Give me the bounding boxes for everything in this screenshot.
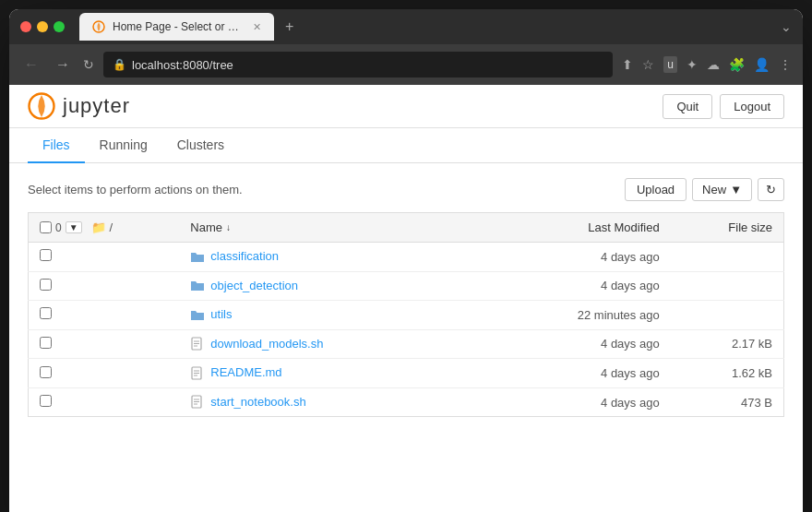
row-checkbox-cell bbox=[29, 271, 180, 301]
tab-clusters[interactable]: Clusters bbox=[162, 128, 239, 163]
table-row: start_notebook.sh 4 days ago 473 B bbox=[29, 387, 784, 417]
row-checkbox[interactable] bbox=[40, 337, 52, 349]
address-bar: ← → ↻ 🔒 ⬆ ☆ u ✦ ☁ 🧩 👤 ⋮ bbox=[9, 44, 803, 85]
address-input[interactable] bbox=[132, 58, 603, 72]
file-link[interactable]: download_models.sh bbox=[210, 337, 323, 351]
row-size-cell: 2.17 kB bbox=[671, 329, 784, 359]
title-bar: Home Page - Select or create … ✕ + ⌄ bbox=[9, 9, 803, 44]
breadcrumb-folder-icon: 📁 bbox=[91, 220, 106, 234]
back-button[interactable]: ← bbox=[20, 56, 42, 73]
new-tab-button[interactable]: + bbox=[278, 15, 301, 39]
minimize-window-button[interactable] bbox=[37, 21, 48, 32]
row-checkbox-cell bbox=[29, 301, 180, 330]
bookmark-icon[interactable]: ☆ bbox=[642, 57, 654, 72]
breadcrumb-slash: / bbox=[110, 220, 113, 234]
row-modified-cell: 4 days ago bbox=[482, 329, 671, 359]
row-name-cell: classification bbox=[179, 243, 482, 272]
jupyter-logo: jupyter bbox=[28, 92, 130, 120]
file-table: 0 ▼ 📁 / Name ↓ bbox=[28, 212, 784, 417]
tab-favicon bbox=[92, 20, 105, 33]
browser-window: Home Page - Select or create … ✕ + ⌄ ← →… bbox=[9, 9, 803, 512]
row-checkbox[interactable] bbox=[40, 249, 52, 261]
table-row: download_models.sh 4 days ago 2.17 kB bbox=[29, 329, 784, 359]
table-header-row: 0 ▼ 📁 / Name ↓ bbox=[29, 213, 784, 243]
row-modified-cell: 4 days ago bbox=[482, 243, 671, 272]
tab-title: Home Page - Select or create … bbox=[113, 20, 242, 33]
row-size-cell bbox=[671, 301, 784, 330]
row-modified-cell: 4 days ago bbox=[482, 271, 671, 301]
logout-button[interactable]: Logout bbox=[720, 94, 784, 119]
row-checkbox-cell bbox=[29, 329, 180, 359]
row-checkbox[interactable] bbox=[40, 366, 52, 378]
jupyter-logo-text: jupyter bbox=[63, 94, 130, 118]
refresh-files-button[interactable]: ↻ bbox=[758, 178, 784, 201]
row-checkbox[interactable] bbox=[40, 395, 52, 407]
row-name-cell: object_detection bbox=[179, 271, 482, 301]
row-name-cell: utils bbox=[179, 301, 482, 330]
row-modified-cell: 22 minutes ago bbox=[482, 301, 671, 330]
row-size-cell bbox=[671, 243, 784, 272]
header-checkbox-area: 0 ▼ 📁 / bbox=[29, 213, 180, 243]
file-link[interactable]: utils bbox=[210, 307, 232, 321]
row-checkbox[interactable] bbox=[40, 279, 52, 291]
page-content: jupyter Quit Logout Files Running Cluste… bbox=[9, 85, 803, 512]
row-size-cell bbox=[671, 271, 784, 301]
file-toolbar: Select items to perform actions on them.… bbox=[28, 178, 784, 201]
select-all-checkbox[interactable] bbox=[40, 221, 52, 233]
close-window-button[interactable] bbox=[20, 21, 31, 32]
row-name-cell: README.md bbox=[179, 359, 482, 388]
quit-button[interactable]: Quit bbox=[663, 94, 712, 119]
share-icon[interactable]: ⬆ bbox=[622, 57, 633, 72]
forward-button[interactable]: → bbox=[52, 56, 74, 73]
upload-button[interactable]: Upload bbox=[625, 178, 687, 201]
row-modified-cell: 4 days ago bbox=[482, 387, 671, 417]
file-link[interactable]: classification bbox=[210, 249, 279, 263]
row-checkbox-cell bbox=[29, 359, 180, 388]
profile-icon[interactable]: 👤 bbox=[754, 57, 770, 72]
extension-icon-2[interactable]: ✦ bbox=[687, 57, 698, 72]
tab-files[interactable]: Files bbox=[28, 128, 85, 163]
browser-toolbar-icons: ⬆ ☆ u ✦ ☁ 🧩 👤 ⋮ bbox=[622, 56, 792, 73]
row-modified-cell: 4 days ago bbox=[482, 359, 671, 388]
row-checkbox-cell bbox=[29, 387, 180, 417]
lock-icon: 🔒 bbox=[113, 58, 126, 71]
toolbar-right: Upload New ▼ ↻ bbox=[625, 178, 784, 201]
nav-tabs: Files Running Clusters bbox=[9, 128, 803, 163]
content-area: Select items to perform actions on them.… bbox=[9, 163, 803, 432]
file-table-body: classification 4 days ago object_detecti… bbox=[29, 243, 784, 417]
table-row: object_detection 4 days ago bbox=[29, 271, 784, 301]
selected-count: 0 bbox=[55, 221, 62, 234]
browser-menu-button[interactable]: ⋮ bbox=[779, 57, 792, 72]
table-row: utils 22 minutes ago bbox=[29, 301, 784, 330]
row-checkbox[interactable] bbox=[40, 307, 52, 319]
row-checkbox-cell bbox=[29, 243, 180, 272]
col-modified-header[interactable]: Last Modified bbox=[482, 213, 671, 243]
col-size-header[interactable]: File size bbox=[671, 213, 784, 243]
browser-tab-active[interactable]: Home Page - Select or create … ✕ bbox=[79, 13, 274, 41]
table-row: README.md 4 days ago 1.62 kB bbox=[29, 359, 784, 388]
refresh-button[interactable]: ↻ bbox=[83, 57, 94, 72]
traffic-lights bbox=[20, 21, 65, 32]
jupyter-logo-icon bbox=[28, 92, 55, 120]
select-items-text: Select items to perform actions on them. bbox=[28, 183, 243, 196]
extension-icon-4[interactable]: 🧩 bbox=[729, 57, 745, 72]
col-name-header[interactable]: Name ↓ bbox=[179, 213, 482, 243]
extension-icon-1[interactable]: u bbox=[663, 56, 677, 73]
row-name-cell: start_notebook.sh bbox=[179, 387, 482, 417]
table-row: classification 4 days ago bbox=[29, 243, 784, 272]
window-menu-button[interactable]: ⌄ bbox=[781, 19, 792, 34]
browser-tabs: Home Page - Select or create … ✕ + bbox=[79, 13, 773, 41]
jupyter-header: jupyter Quit Logout bbox=[9, 85, 803, 128]
new-button[interactable]: New ▼ bbox=[692, 178, 752, 201]
maximize-window-button[interactable] bbox=[54, 21, 65, 32]
file-link[interactable]: object_detection bbox=[210, 279, 298, 292]
extension-icon-3[interactable]: ☁ bbox=[707, 57, 720, 72]
file-link[interactable]: start_notebook.sh bbox=[210, 395, 305, 409]
file-link[interactable]: README.md bbox=[210, 365, 281, 379]
row-name-cell: download_models.sh bbox=[179, 329, 482, 359]
row-size-cell: 473 B bbox=[671, 387, 784, 417]
checkbox-dropdown[interactable]: ▼ bbox=[66, 221, 82, 233]
tab-running[interactable]: Running bbox=[85, 128, 162, 163]
row-size-cell: 1.62 kB bbox=[671, 359, 784, 388]
tab-close-button[interactable]: ✕ bbox=[253, 21, 261, 33]
